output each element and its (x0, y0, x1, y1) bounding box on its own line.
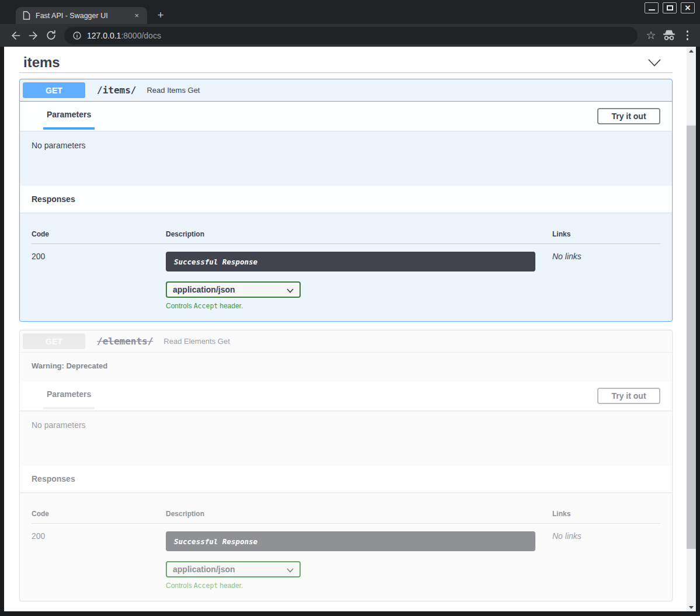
accept-code: Accept (194, 302, 218, 310)
incognito-icon[interactable] (662, 29, 676, 41)
try-it-out-button[interactable]: Try it out (597, 108, 660, 124)
accept-code: Accept (194, 582, 218, 590)
responses-body: Code Description Links 200 Successful Re… (20, 213, 672, 321)
tab-parameters[interactable]: Parameters (43, 381, 95, 409)
response-status-code: 200 (32, 531, 166, 590)
page-viewport: items GET /items/ Read Items Get Paramet… (4, 47, 696, 611)
accept-header-hint: ControlsAcceptheader. (166, 302, 552, 310)
back-button[interactable] (7, 27, 25, 44)
responses-title: Responses (32, 194, 75, 204)
response-description-cell: Successful Response application/json Con… (166, 531, 552, 590)
scroll-down-arrow[interactable] (687, 603, 696, 611)
responses-header: Responses (20, 186, 672, 213)
browser-toolbar: 127.0.0.1:8000/docs ☆ (0, 24, 700, 47)
operation-path[interactable]: /elements/ (97, 336, 153, 347)
parameters-body: No parameters (20, 131, 672, 186)
response-description-text: Successful Response (174, 537, 257, 546)
info-icon (72, 31, 82, 40)
method-badge: GET (23, 333, 85, 349)
tag-divider (19, 72, 673, 73)
responses-table-header: Code Description Links (32, 510, 660, 524)
code-column-header: Code (32, 230, 166, 238)
no-links-text: No links (552, 531, 660, 590)
no-parameters-text: No parameters (32, 420, 86, 430)
window-controls: ✕ (645, 2, 695, 13)
browser-tab[interactable]: Fast API - Swagger UI × (16, 7, 147, 24)
tab-close-icon[interactable]: × (132, 10, 141, 21)
description-column-header: Description (166, 230, 552, 238)
maximize-icon (667, 5, 673, 11)
response-status-code: 200 (32, 252, 166, 310)
responses-body: Code Description Links 200 Successful Re… (20, 492, 672, 601)
tab-title: Fast API - Swagger UI (36, 12, 132, 20)
operation-summary: Read Items Get (147, 86, 200, 95)
response-description-box: Successful Response (166, 531, 535, 551)
description-column-header: Description (166, 510, 552, 518)
url-host: 127.0.0.1 (87, 31, 121, 40)
triangle-up-icon (689, 50, 694, 53)
operation-path[interactable]: /items/ (97, 85, 136, 96)
address-bar[interactable]: 127.0.0.1:8000/docs (64, 27, 638, 44)
deprecated-warning: Warning: Deprecated (20, 353, 672, 381)
no-parameters-text: No parameters (32, 141, 86, 150)
forward-icon (27, 30, 39, 41)
url-text: 127.0.0.1:8000/docs (87, 31, 161, 40)
operation-summary: Read Elements Get (163, 337, 229, 346)
scroll-up-arrow[interactable] (687, 47, 696, 55)
document-icon (23, 11, 30, 20)
responses-table-header: Code Description Links (32, 230, 660, 244)
back-icon (10, 30, 22, 41)
maximize-button[interactable] (663, 2, 677, 13)
url-path: :8000/docs (121, 31, 161, 40)
reload-button[interactable] (42, 27, 60, 44)
minimize-icon (649, 9, 655, 11)
media-type-select[interactable]: application/json (166, 561, 301, 577)
code-column-header: Code (32, 510, 166, 518)
triangle-down-icon (689, 606, 694, 609)
media-type-control: application/json ControlsAcceptheader. (166, 561, 552, 590)
media-type-value: application/json (173, 285, 235, 294)
try-it-out-button[interactable]: Try it out (597, 388, 660, 404)
response-description-cell: Successful Response application/json Con… (166, 252, 552, 310)
parameters-title: Parameters (47, 389, 91, 399)
toolbar-actions: ☆ (646, 28, 693, 43)
page-scrollbar[interactable] (687, 47, 696, 611)
browser-menu-icon[interactable] (682, 28, 694, 43)
parameters-title: Parameters (47, 110, 91, 119)
reload-icon (46, 30, 57, 41)
tag-section-header[interactable]: items (19, 53, 673, 72)
media-type-control: application/json ControlsAcceptheader. (166, 281, 552, 310)
select-chevron-down-icon (287, 568, 294, 573)
close-icon: ✕ (685, 4, 691, 12)
new-tab-button[interactable]: + (154, 9, 167, 22)
media-type-select[interactable]: application/json (166, 281, 301, 298)
media-type-value: application/json (173, 565, 235, 574)
minimize-button[interactable] (645, 2, 659, 13)
no-links-text: No links (552, 252, 660, 310)
response-row-200: 200 Successful Response application/json (32, 524, 660, 590)
tab-strip: Fast API - Swagger UI × + ✕ (0, 0, 700, 24)
links-column-header: Links (552, 230, 660, 238)
opblock-get-elements-deprecated: GET /elements/ Read Elements Get Warning… (19, 330, 673, 601)
tab-parameters[interactable]: Parameters (43, 102, 95, 130)
parameters-header: Parameters Try it out (20, 102, 672, 131)
response-description-text: Successful Response (174, 257, 257, 266)
method-badge: GET (23, 82, 85, 98)
close-button[interactable]: ✕ (681, 2, 695, 13)
chevron-down-icon[interactable] (648, 59, 661, 67)
opblock-get-items: GET /items/ Read Items Get Parameters Tr… (19, 79, 673, 322)
swagger-page: items GET /items/ Read Items Get Paramet… (4, 47, 687, 611)
select-chevron-down-icon (287, 288, 294, 293)
opblock-summary[interactable]: GET /elements/ Read Elements Get (20, 330, 672, 353)
response-description-box: Successful Response (166, 252, 535, 272)
browser-window: Fast API - Swagger UI × + ✕ 127.0.0.1:80… (0, 0, 700, 616)
opblock-summary[interactable]: GET /items/ Read Items Get (20, 79, 672, 102)
parameters-header: Parameters Try it out (20, 381, 672, 410)
accept-header-hint: ControlsAcceptheader. (166, 582, 552, 590)
bookmark-star-icon[interactable]: ☆ (646, 30, 656, 41)
responses-header: Responses (20, 465, 672, 492)
scrollbar-thumb[interactable] (687, 126, 696, 549)
forward-button[interactable] (25, 27, 42, 44)
parameters-body: No parameters (20, 410, 672, 465)
responses-title: Responses (32, 474, 75, 483)
